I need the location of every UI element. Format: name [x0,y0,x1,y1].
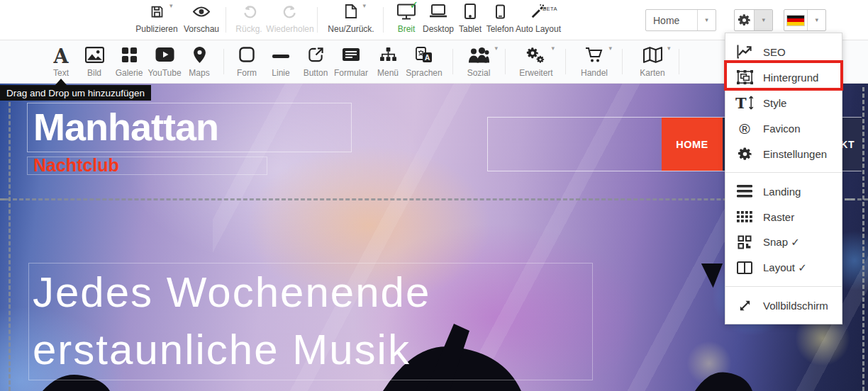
insert-line-button[interactable]: Linie [265,46,296,80]
viewport-wide-button[interactable]: Breit [390,4,423,38]
insert-form-label: Formular [334,68,368,78]
drag-drop-tooltip: Drag and Drop um hinzuzufügen [0,85,151,101]
divider [622,49,623,74]
site-title-element[interactable]: Manhattan [27,103,352,152]
app-window: Publizieren Vorschau Rückg. Wiederholen [0,0,868,391]
nav-item-partial[interactable]: KT [840,139,855,150]
insert-form-button[interactable]: Formular [330,46,372,80]
tablet-icon [464,4,476,22]
registered-mark-icon: ® [735,121,754,136]
menu-item-favicon[interactable]: ® Favicon [725,115,842,141]
eye-icon [193,6,210,21]
menu-item-style[interactable]: T Style [725,90,842,115]
people-group-icon [468,47,489,66]
insert-image-button[interactable]: Bild [79,46,110,80]
gears-icon [526,47,546,65]
insert-maps-button[interactable]: Maps [184,46,215,80]
publish-button[interactable]: Publizieren [135,4,179,38]
viewport-desktop-button[interactable]: Desktop [420,4,457,38]
insert-commerce-label: Handel [581,68,608,78]
translate-icon: A [416,46,433,66]
undo-button[interactable]: Rückg. [233,4,265,38]
menu-label-seo: SEO [763,46,786,58]
sitemap-icon [380,47,396,65]
insert-menu-label: Menü [377,68,399,78]
menu-label-snap: Snap ✓ [763,236,800,249]
insert-social-button[interactable]: Sozial [461,46,496,80]
menu-item-landing[interactable]: Landing [725,178,842,204]
preview-button[interactable]: Vorschau [183,4,220,38]
insert-maps-label: Maps [189,68,209,78]
page-edge-left[interactable] [9,102,11,391]
hero-line-2: erstaunliche Musik [33,326,411,373]
menu-item-hintergrund[interactable]: Hintergrund [725,64,842,90]
menu-label-favicon: Favicon [763,123,801,135]
site-title: Manhattan [28,103,351,149]
desktop-label: Desktop [423,24,454,34]
insert-youtube-button[interactable]: YouTube [147,46,182,80]
language-flag-button-group[interactable] [784,9,826,31]
insert-commerce-button[interactable]: Handel [576,46,613,80]
viewport-tablet-button[interactable]: Tablet [455,4,485,38]
insert-gallery-label: Galerie [116,68,143,78]
text-style-icon: T [735,96,754,110]
insert-text-label: Text [53,68,69,78]
page-select[interactable]: Home [645,9,716,31]
menu-item-snap[interactable]: Snap ✓ [725,230,842,255]
caret-down-icon [362,2,366,9]
auto-layout-label: Auto Layout [516,24,561,34]
gear-icon[interactable] [735,10,754,30]
background-shapes-icon [735,69,754,86]
settings-gear-button-group[interactable] [734,9,773,31]
caret-down-icon [169,2,173,9]
menu-item-einstellungen[interactable]: Einstellungen [725,141,842,166]
insert-gallery-button[interactable]: Galerie [111,46,148,80]
caret-down-icon [667,45,671,52]
nav-item-home[interactable]: HOME [662,118,723,171]
hero-text-element[interactable]: Jedes Wochenende erstaunliche Musik [28,263,593,380]
lines-icon [735,185,754,198]
insert-cards-button[interactable]: Karten [634,46,671,80]
insert-advanced-button[interactable]: Erweitert [513,46,559,80]
image-icon [85,47,104,66]
map-icon [643,47,662,66]
save-icon [150,4,165,22]
grid-dots-icon [735,211,754,222]
settings-dropdown-menu: SEO Hintergrund T Style ® Favicon Einste… [725,33,842,324]
undo-label: Rückg. [235,24,262,34]
section-handle-right[interactable] [845,198,855,200]
menu-item-raster[interactable]: Raster [725,204,842,230]
menu-item-seo[interactable]: SEO [725,39,842,64]
german-flag-icon[interactable] [784,10,807,30]
divider [452,49,453,74]
menu-label-raster: Raster [763,211,794,223]
menu-item-vollbildschirm[interactable]: Vollbildschirm [725,293,842,318]
insert-languages-button[interactable]: A Sprachen [402,46,446,80]
menu-label-style: Style [763,97,786,109]
page-edge-right[interactable] [862,87,864,391]
shopping-cart-icon [585,46,603,66]
insert-shape-button[interactable]: Form [231,46,262,80]
divider [505,49,506,74]
button-arrow-icon [308,47,324,66]
divider [383,7,384,33]
viewport-phone-button[interactable]: Telefon [484,4,516,38]
snap-icon [735,235,754,249]
insert-text-button[interactable]: A Text [45,46,77,80]
insert-button-button[interactable]: Button [298,46,333,80]
insert-social-label: Sozial [467,68,491,78]
menu-item-layout[interactable]: Layout ✓ [725,255,842,280]
language-caret-button[interactable] [807,10,825,30]
section-handle-left[interactable] [0,198,6,200]
menu-label-landing: Landing [763,186,801,198]
wide-label: Breit [398,24,416,34]
divider [565,49,566,74]
new-back-button[interactable]: Neu/Zurück. [325,4,377,38]
site-subtitle-element[interactable]: Nachtclub [27,157,267,175]
settings-caret-button[interactable] [754,10,772,30]
menu-label-hintergrund: Hintergrund [763,72,818,84]
redo-button[interactable]: Wiederholen [268,4,312,38]
insert-menu-button[interactable]: Menü [372,46,404,80]
auto-layout-button[interactable]: BETA Auto Layout [515,4,562,38]
caret-down-icon [608,45,612,52]
